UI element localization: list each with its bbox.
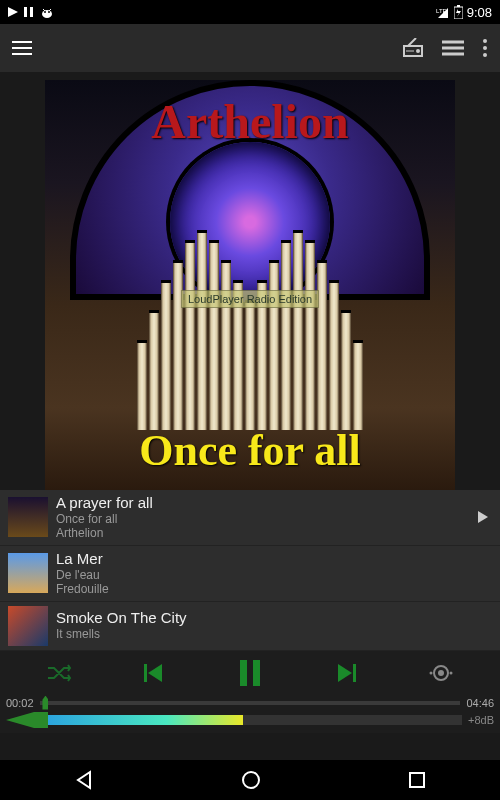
battery-icon: [454, 5, 463, 19]
svg-point-21: [483, 46, 487, 50]
track-title: A prayer for all: [56, 494, 153, 512]
svg-rect-24: [144, 664, 147, 682]
svg-rect-1: [24, 7, 27, 17]
volume-row: +8dB: [0, 711, 500, 733]
app-bar: [0, 24, 500, 72]
recent-button[interactable]: [408, 771, 426, 789]
track-artist: Fredouille: [56, 582, 109, 596]
menu-button[interactable]: [12, 41, 32, 55]
svg-line-7: [49, 9, 51, 11]
seek-bar[interactable]: [40, 701, 461, 705]
pause-indicator-icon: [24, 7, 34, 17]
album-art[interactable]: Arthelion LoudPlayer Radio Edition Once …: [45, 80, 455, 490]
progress-row: 00:02 04:46: [0, 695, 500, 711]
track-title: La Mer: [56, 550, 109, 568]
track-album: De l'eau: [56, 568, 109, 582]
svg-point-30: [438, 670, 444, 676]
watermark-text: LoudPlayer Radio Edition: [181, 290, 319, 308]
svg-point-31: [430, 671, 433, 674]
track-title: Smoke On The City: [56, 609, 187, 627]
playlist-icon[interactable]: [442, 39, 464, 57]
track-thumb: [8, 606, 48, 646]
android-nav-bar: [0, 760, 500, 800]
svg-rect-26: [253, 660, 260, 686]
track-album: It smells: [56, 627, 187, 641]
clock-text: 9:08: [467, 5, 492, 20]
total-time: 04:46: [466, 697, 494, 709]
elapsed-time: 00:02: [6, 697, 34, 709]
now-playing-icon: [478, 511, 488, 523]
cast-button[interactable]: [428, 663, 454, 683]
queue-item[interactable]: La Mer De l'eau Fredouille: [0, 546, 500, 602]
svg-rect-35: [410, 773, 424, 787]
track-artist: Arthelion: [56, 526, 153, 540]
track-thumb: [8, 497, 48, 537]
album-title-text: Once for all: [45, 425, 455, 476]
playback-controls: [0, 651, 500, 695]
prev-button[interactable]: [144, 662, 166, 684]
album-artist-text: Arthelion: [45, 94, 455, 149]
queue-item[interactable]: Smoke On The City It smells: [0, 602, 500, 651]
volume-down-icon[interactable]: [6, 712, 34, 728]
svg-point-5: [48, 11, 50, 13]
svg-rect-11: [457, 5, 460, 7]
android-icon: [40, 6, 54, 18]
svg-marker-0: [8, 7, 18, 17]
svg-line-6: [43, 9, 45, 11]
track-thumb: [8, 553, 48, 593]
back-button[interactable]: [74, 770, 94, 790]
svg-point-16: [416, 49, 420, 53]
play-pause-button[interactable]: [238, 660, 262, 686]
queue-list: A prayer for all Once for all Arthelion …: [0, 490, 500, 651]
svg-rect-2: [30, 7, 33, 17]
next-button[interactable]: [334, 662, 356, 684]
signal-icon: LTE: [436, 6, 450, 18]
svg-marker-33: [78, 772, 90, 788]
gain-label: +8dB: [468, 714, 494, 726]
svg-point-3: [42, 10, 52, 18]
svg-point-22: [483, 53, 487, 57]
track-album: Once for all: [56, 512, 153, 526]
svg-point-34: [243, 772, 259, 788]
svg-marker-23: [148, 664, 162, 682]
status-bar: LTE 9:08: [0, 0, 500, 24]
radio-icon[interactable]: [402, 38, 424, 58]
svg-rect-25: [240, 660, 247, 686]
svg-marker-27: [338, 664, 352, 682]
more-icon[interactable]: [482, 38, 488, 58]
queue-item[interactable]: A prayer for all Once for all Arthelion: [0, 490, 500, 546]
svg-line-14: [408, 38, 416, 46]
svg-point-20: [483, 39, 487, 43]
seek-knob[interactable]: [42, 696, 48, 710]
shuffle-button[interactable]: [46, 663, 72, 683]
home-button[interactable]: [241, 770, 261, 790]
svg-marker-12: [456, 9, 461, 17]
volume-slider[interactable]: [40, 715, 462, 725]
play-indicator-icon: [8, 7, 18, 17]
svg-point-32: [450, 671, 453, 674]
svg-rect-28: [353, 664, 356, 682]
svg-point-4: [44, 11, 46, 13]
